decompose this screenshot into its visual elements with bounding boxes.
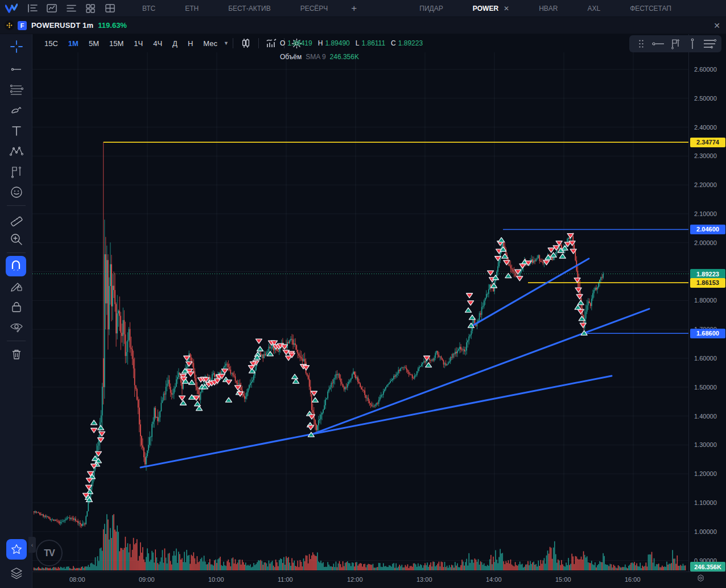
watchlist-panel-icon[interactable] <box>23 0 42 17</box>
buy-marker[interactable] <box>98 425 104 430</box>
buy-marker[interactable] <box>225 397 232 402</box>
buy-marker[interactable] <box>559 254 566 258</box>
sell-marker[interactable] <box>519 264 526 268</box>
timeframe-chevron-down-icon[interactable]: ▼ <box>224 40 229 46</box>
buy-marker[interactable] <box>312 397 319 402</box>
buy-marker[interactable] <box>465 308 472 312</box>
sell-marker[interactable] <box>556 241 562 246</box>
timeframe-button-15С[interactable]: 15С <box>39 36 63 50</box>
buy-marker[interactable] <box>249 368 255 373</box>
timeframe-button-5М[interactable]: 5М <box>84 36 104 50</box>
sell-marker[interactable] <box>578 309 584 314</box>
buy-marker[interactable] <box>196 406 203 411</box>
sidebar-collapse-handle[interactable]: ‹ <box>28 537 36 553</box>
workspace-tab-right-1[interactable]: POWER✕ <box>458 0 524 17</box>
time-axis[interactable]: 08:0009:0010:0011:0012:0013:0014:0015:00… <box>32 572 726 588</box>
symbol-bar-close-icon[interactable]: ✕ <box>713 21 720 30</box>
buy-marker[interactable] <box>91 420 97 425</box>
sell-marker[interactable] <box>517 276 523 281</box>
sell-marker[interactable] <box>575 288 581 292</box>
buy-marker[interactable] <box>469 315 475 320</box>
sell-marker[interactable] <box>179 396 185 400</box>
buy-marker[interactable] <box>180 400 187 405</box>
align-lines-icon[interactable] <box>701 36 718 52</box>
timeframe-button-1М[interactable]: 1М <box>63 36 84 50</box>
buy-marker[interactable] <box>579 316 585 321</box>
vertical-line-icon[interactable] <box>684 36 701 52</box>
fib-lines-tool-icon[interactable] <box>0 80 32 100</box>
pattern-tool-icon[interactable] <box>0 141 32 162</box>
remove-drawings-icon[interactable] <box>0 344 32 365</box>
crosshair-tool-icon[interactable] <box>0 34 32 59</box>
buy-marker[interactable] <box>189 380 195 384</box>
workspace-tab-right-3[interactable]: AXL <box>572 0 615 17</box>
forecast-tool-icon[interactable] <box>0 162 32 182</box>
symbol-title[interactable]: POWERUSDT 1m <box>31 21 93 30</box>
buy-marker[interactable] <box>578 300 584 305</box>
trend-line-1[interactable] <box>311 309 649 434</box>
sell-marker[interactable] <box>576 295 583 299</box>
buy-marker[interactable] <box>490 283 497 288</box>
axis-settings-gear-icon[interactable] <box>696 574 705 585</box>
trend-line-tool-icon[interactable] <box>0 59 32 80</box>
buy-marker[interactable] <box>575 305 581 309</box>
timeframe-button-Д[interactable]: Д <box>167 36 183 50</box>
sell-marker[interactable] <box>488 271 494 275</box>
lock-drawings-icon[interactable] <box>0 297 32 317</box>
indicators-icon[interactable] <box>263 36 280 51</box>
chart-canvas[interactable] <box>32 52 688 572</box>
price-axis[interactable]: 2.600002.500002.400002.300002.200002.100… <box>688 34 726 572</box>
timeframe-button-Н[interactable]: Н <box>183 36 198 50</box>
app-logo-icon[interactable] <box>0 3 23 14</box>
workspace-tab-1[interactable]: ETH <box>170 0 213 17</box>
table-layout-icon[interactable] <box>100 0 119 17</box>
grid-layout-icon[interactable] <box>81 0 100 17</box>
workspace-tab-right-2[interactable]: HBAR <box>524 0 572 17</box>
sell-marker[interactable] <box>548 248 554 252</box>
candle-style-icon[interactable] <box>237 36 254 51</box>
measure-tool-icon[interactable] <box>0 209 32 229</box>
trend-line-0[interactable] <box>141 376 612 467</box>
sell-marker[interactable] <box>225 380 232 384</box>
buy-marker[interactable] <box>293 379 299 383</box>
sell-marker[interactable] <box>308 425 314 430</box>
sell-marker[interactable] <box>574 278 580 283</box>
hide-drawings-icon[interactable] <box>0 317 32 338</box>
sell-marker[interactable] <box>567 234 574 238</box>
timeframe-button-4Ч[interactable]: 4Ч <box>148 36 167 50</box>
workspace-tab-right-4[interactable]: ФЕСТСЕТАП <box>615 0 686 17</box>
chart-panel-icon[interactable] <box>42 0 61 17</box>
sell-marker[interactable] <box>283 350 290 355</box>
text-tool-icon[interactable] <box>0 121 32 141</box>
horizontal-ray-icon[interactable] <box>650 36 667 52</box>
drawing-mode-icon[interactable] <box>0 276 32 297</box>
list-view-icon[interactable] <box>61 0 81 17</box>
timeframe-button-15М[interactable]: 15М <box>104 36 129 50</box>
buy-marker[interactable] <box>257 346 263 351</box>
sell-marker[interactable] <box>91 428 97 433</box>
sell-marker[interactable] <box>580 323 586 328</box>
magnet-tool-icon[interactable] <box>6 256 26 276</box>
workspace-tab-2[interactable]: БЕСТ-АКТИВ <box>213 0 285 17</box>
buy-marker[interactable] <box>195 401 201 406</box>
sell-marker[interactable] <box>467 293 473 298</box>
drag-handle-icon[interactable] <box>633 36 650 52</box>
workspace-tab-right-0[interactable]: ПИДАР <box>405 0 457 17</box>
zoom-in-tool-icon[interactable] <box>0 229 32 250</box>
object-tree-layers-icon[interactable] <box>0 563 32 583</box>
timeframe-button-Мес[interactable]: Мес <box>198 36 222 50</box>
tab-close-icon[interactable]: ✕ <box>504 5 509 13</box>
timeframe-button-1Ч[interactable]: 1Ч <box>129 36 148 50</box>
sell-marker[interactable] <box>188 372 194 376</box>
emoji-tool-icon[interactable] <box>0 182 32 202</box>
flag-mark-icon[interactable] <box>667 36 684 52</box>
sell-marker[interactable] <box>86 478 92 483</box>
add-tab-button[interactable]: + <box>343 0 365 17</box>
sell-marker[interactable] <box>256 339 262 343</box>
favorites-star-icon[interactable] <box>6 539 27 560</box>
workspace-tab-3[interactable]: РЕСЁРЧ <box>286 0 343 17</box>
sell-marker[interactable] <box>468 301 474 305</box>
buy-marker[interactable] <box>292 374 298 379</box>
brush-tool-icon[interactable] <box>0 100 32 121</box>
workspace-tab-0[interactable]: ВТС <box>127 0 170 17</box>
